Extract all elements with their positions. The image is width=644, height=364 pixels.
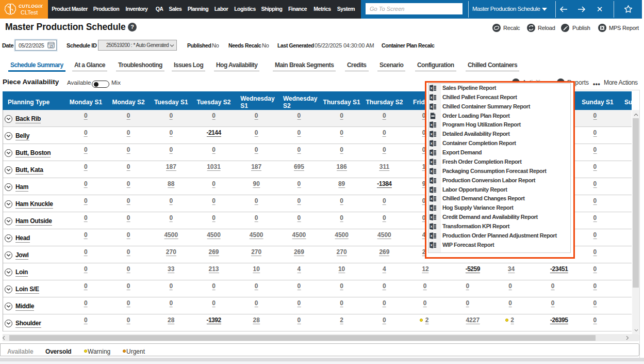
svg-text:15: 15 (49, 44, 53, 48)
svg-text:x: x (431, 225, 433, 228)
svg-text:x: x (431, 179, 433, 182)
svg-text:x: x (431, 142, 433, 146)
svg-text:x: x (431, 197, 433, 201)
svg-text:x: x (431, 96, 433, 99)
svg-text:x: x (431, 86, 433, 90)
svg-text:x: x (431, 243, 433, 247)
svg-text:x: x (431, 105, 433, 108)
svg-text:x: x (431, 151, 433, 154)
svg-text:x: x (431, 169, 433, 173)
svg-text:x: x (431, 234, 433, 238)
svg-text:x: x (431, 188, 433, 192)
svg-text:x: x (431, 133, 433, 136)
svg-text:x: x (431, 123, 433, 127)
svg-text:x: x (431, 207, 433, 210)
svg-text:x: x (431, 160, 433, 164)
svg-text:x: x (431, 215, 433, 219)
